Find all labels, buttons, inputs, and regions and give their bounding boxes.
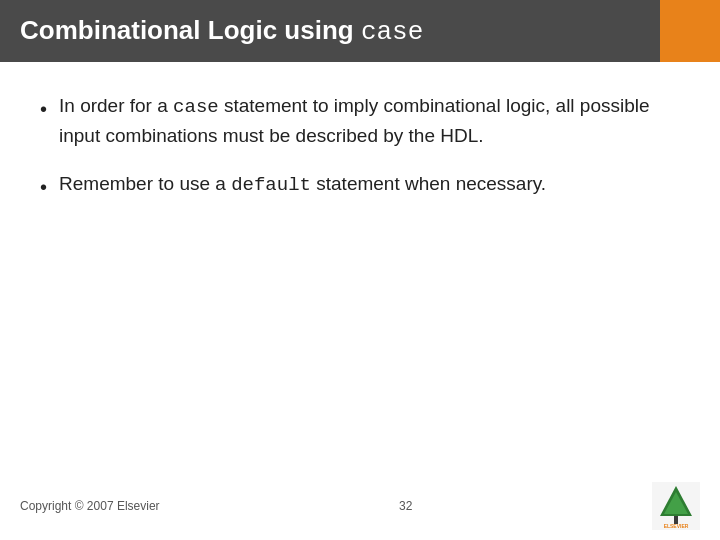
copyright-text: Copyright © 2007 Elsevier — [20, 499, 160, 513]
title-text: Combinational Logic using — [20, 15, 361, 45]
bullet-text-1: In order for a case statement to imply c… — [59, 92, 680, 150]
slide-title: Combinational Logic using case — [20, 15, 423, 47]
header-accent-bar — [660, 0, 720, 62]
bullet-icon: • — [40, 172, 47, 202]
code-default: default — [231, 174, 311, 196]
bullet-icon: • — [40, 94, 47, 124]
bullet-text-2: Remember to use a default statement when… — [59, 170, 546, 200]
elsevier-logo-svg: ELSEVIER — [652, 482, 700, 530]
svg-text:ELSEVIER: ELSEVIER — [664, 523, 689, 529]
slide-footer: Copyright © 2007 Elsevier 32 ELSEVIER — [0, 474, 720, 540]
slide-content: • In order for a case statement to imply… — [0, 62, 720, 474]
slide: Combinational Logic using case • In orde… — [0, 0, 720, 540]
title-code: case — [361, 17, 423, 47]
list-item: • In order for a case statement to imply… — [40, 92, 680, 150]
elsevier-logo: ELSEVIER — [652, 482, 700, 530]
slide-header: Combinational Logic using case — [0, 0, 720, 62]
bullet-list: • In order for a case statement to imply… — [40, 92, 680, 202]
list-item: • Remember to use a default statement wh… — [40, 170, 680, 202]
code-case: case — [173, 96, 219, 118]
page-number: 32 — [399, 499, 412, 513]
